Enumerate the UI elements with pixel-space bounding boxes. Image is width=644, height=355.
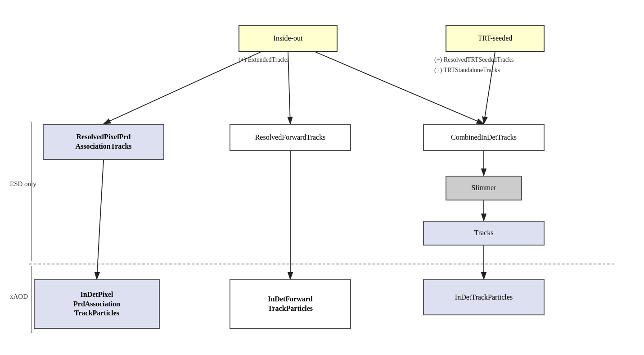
combined-indet-label: CombinedInDetTracks	[451, 133, 517, 142]
trt-seeded-label: TRT-seeded	[478, 34, 513, 43]
tracks-label: Tracks	[474, 228, 494, 238]
extended-tracks-annotation: (+) ExtendedTracks	[239, 56, 288, 64]
tracks-box: Tracks	[423, 221, 545, 246]
trt-seeded-box: TRT-seeded	[446, 25, 545, 52]
resolved-forward-label: ResolvedForwardTracks	[255, 133, 326, 142]
indet-pixel-box: InDetPixelPrdAssociationTrackParticles	[34, 279, 160, 329]
indet-forward-label: InDetForwardTrackParticles	[268, 295, 313, 314]
indet-track-particles-label: InDetTrackParticles	[455, 293, 513, 302]
inside-out-box: Inside-out	[239, 25, 338, 52]
trt-standalone-annotation: (+) TRTStandaloneTracks	[434, 67, 500, 74]
indet-pixel-label: InDetPixelPrdAssociationTrackParticles	[73, 290, 120, 318]
svg-line-4	[97, 160, 104, 279]
indet-forward-box: InDetForwardTrackParticles	[230, 279, 351, 329]
resolved-pixel-box: ResolvedPixelPrdAssociationTracks	[43, 124, 164, 160]
resolved-trt-annotation: (+) ResolvedTRTSeededTracks	[434, 56, 513, 64]
esd-bracket	[25, 122, 34, 261]
slimmer-box: Slimmer	[446, 176, 522, 200]
dashed-divider	[29, 264, 614, 264]
resolved-forward-box: ResolvedForwardTracks	[230, 124, 351, 151]
resolved-pixel-label: ResolvedPixelPrdAssociationTracks	[75, 132, 131, 151]
xaod-bracket	[25, 266, 34, 333]
slimmer-label: Slimmer	[471, 183, 496, 193]
svg-line-0	[104, 52, 261, 124]
combined-indet-box: CombinedInDetTracks	[423, 124, 545, 151]
inside-out-label: Inside-out	[274, 34, 303, 43]
diagram-container: Inside-out TRT-seeded (+) ExtendedTracks…	[0, 0, 644, 355]
indet-track-particles-box: InDetTrackParticles	[423, 279, 545, 315]
